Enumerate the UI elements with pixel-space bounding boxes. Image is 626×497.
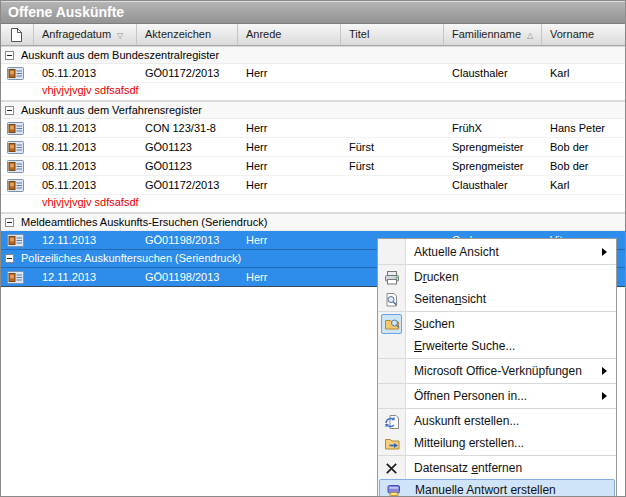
cell-salutation: Herr [246, 176, 341, 195]
printer-icon [383, 269, 400, 286]
menu-item-label: Aktuelle Ansicht [414, 245, 499, 259]
column-header-label: Anrede [246, 28, 281, 40]
menu-item-manuelle-antwort-erstellen[interactable]: Manuelle Antwort erstellen [379, 479, 615, 497]
contact-card-icon [7, 234, 24, 247]
cell-date: 08.11.2013 [42, 138, 137, 157]
group-label: Meldeamtliches Auskunfts-Ersuchen (Serie… [21, 214, 267, 231]
group-header-auskunft-aus-dem-bundeszentralregister[interactable]: Auskunft aus dem Bundeszentralregister [1, 46, 626, 64]
contact-card-icon [7, 141, 24, 154]
menu-item-label: Drucken [414, 270, 459, 284]
cell-salutation: Herr [246, 119, 341, 138]
cell-lastname: Sprengmeister [452, 157, 542, 176]
cell-date: 12.11.2013 [42, 268, 137, 287]
search-icon [381, 314, 402, 334]
create-message-icon [383, 435, 400, 452]
column-header-label: Aktenzeichen [145, 28, 211, 40]
menu-item-aktuelle-ansicht[interactable]: Aktuelle Ansicht [378, 241, 616, 263]
cell-date: 08.11.2013 [42, 119, 137, 138]
column-header-lastname[interactable]: Familienname△ [444, 24, 542, 45]
cell-title: Fürst [349, 138, 444, 157]
cell-firstname: Bob der [550, 138, 626, 157]
menu-item-mitteilung-erstellen[interactable]: Mitteilung erstellen... [378, 432, 616, 454]
cell-file: GÖ01172/2013 [145, 176, 238, 195]
contact-card-icon [7, 67, 24, 80]
collapse-icon[interactable] [5, 51, 14, 60]
collapse-icon[interactable] [5, 218, 14, 227]
cell-file: GÖ01123 [145, 157, 238, 176]
cell-date: 08.11.2013 [42, 157, 137, 176]
group-label: Polizeiliches Auskunftersuchen (Seriendr… [21, 250, 241, 267]
column-header-file[interactable]: Aktenzeichen [137, 24, 238, 45]
collapse-icon[interactable] [5, 106, 14, 115]
table-row[interactable]: 08.11.2013GÖ01123HerrFürstSprengmeisterB… [1, 157, 626, 176]
table-row[interactable]: 08.11.2013CON 123/31-8HerrFrühXHans Pete… [1, 119, 626, 138]
cell-title: Fürst [349, 157, 444, 176]
contact-card-icon [7, 179, 24, 192]
row-note[interactable]: vhjvjvjvgjv sdfsafsdf [1, 83, 626, 101]
menu-item-label: Microsoft Office-Verknüpfungen [414, 364, 582, 378]
group-header-auskunft-aus-dem-verfahrensregister[interactable]: Auskunft aus dem Verfahrensregister [1, 101, 626, 119]
group-header-meldeamtliches-auskunfts-ersuchen-seriendruck[interactable]: Meldeamtliches Auskunfts-Ersuchen (Serie… [1, 213, 626, 231]
contact-card-icon [7, 122, 24, 135]
menu-item-datensatz-entfernen[interactable]: Datensatz entfernen [378, 457, 616, 479]
column-header-date[interactable]: Anfragedatum▽ [34, 24, 137, 45]
context-menu: Aktuelle AnsichtDruckenSeitenansichtSuch… [377, 238, 617, 497]
contact-card-icon [7, 271, 24, 284]
cell-file: GÖ01172/2013 [145, 64, 238, 83]
cell-file: GÖ01198/2013 [145, 231, 238, 250]
table-row[interactable]: 08.11.2013GÖ01123HerrFürstSprengmeisterB… [1, 138, 626, 157]
cell-firstname: Karl [550, 176, 626, 195]
cell-lastname: Clausthaler [452, 176, 542, 195]
group-label: Auskunft aus dem Verfahrensregister [21, 102, 202, 119]
cell-salutation: Herr [246, 138, 341, 157]
menu-item-öffnen-personen-in[interactable]: Öffnen Personen in... [378, 385, 616, 407]
cell-file: GÖ01198/2013 [145, 268, 238, 287]
column-header-label: Familienname [452, 28, 521, 40]
menu-item-microsoft-office-verknüpfungen[interactable]: Microsoft Office-Verknüpfungen [378, 360, 616, 382]
column-header-title[interactable]: Titel [341, 24, 444, 45]
document-icon [10, 28, 22, 45]
group-label: Auskunft aus dem Bundeszentralregister [21, 47, 219, 64]
cell-salutation: Herr [246, 157, 341, 176]
collapse-icon[interactable] [5, 254, 14, 263]
table-row[interactable]: 05.11.2013GÖ01172/2013HerrClausthalerKar… [1, 176, 626, 195]
column-header-firstname[interactable]: Vorname [542, 24, 626, 45]
page-title: Offene Auskünfte [1, 1, 625, 24]
column-header-label: Anfragedatum [42, 28, 111, 40]
menu-item-label: Datensatz entfernen [414, 461, 522, 475]
row-note[interactable]: vhjvjvjvgjv sdfsafsdf [1, 195, 626, 213]
column-header-rowicon[interactable] [1, 24, 34, 45]
menu-item-drucken[interactable]: Drucken [378, 266, 616, 288]
column-header-label: Vorname [550, 28, 594, 40]
menu-item-label: Auskunft erstellen... [414, 414, 519, 428]
table-row[interactable]: 05.11.2013GÖ01172/2013HerrClausthalerKar… [1, 64, 626, 83]
cell-firstname: Bob der [550, 157, 626, 176]
menu-item-label: Mitteilung erstellen... [414, 436, 524, 450]
menu-item-seitenansicht[interactable]: Seitenansicht [378, 288, 616, 310]
menu-item-label: Manuelle Antwort erstellen [415, 483, 556, 497]
menu-item-label: Suchen [414, 317, 455, 331]
column-header-salutation[interactable]: Anrede [238, 24, 341, 45]
cell-lastname: Sprengmeister [452, 138, 542, 157]
cell-date: 05.11.2013 [42, 64, 137, 83]
create-inquiry-icon [383, 413, 400, 430]
sort-descending-icon: ▽ [117, 31, 123, 40]
menu-item-suchen[interactable]: Suchen [378, 313, 616, 335]
menu-item-label: Erweiterte Suche... [414, 339, 515, 353]
note-text: vhjvjvjvgjv sdfsafsdf [42, 83, 139, 98]
remove-icon [383, 460, 400, 477]
submenu-arrow-icon [602, 367, 607, 375]
submenu-arrow-icon [602, 248, 607, 256]
cell-salutation: Herr [246, 64, 341, 83]
cell-date: 12.11.2013 [42, 231, 137, 250]
cell-file: CON 123/31-8 [145, 119, 238, 138]
print-preview-icon [383, 291, 400, 308]
menu-item-erweiterte-suche[interactable]: Erweiterte Suche... [378, 335, 616, 357]
table-header-row: Anfragedatum▽AktenzeichenAnredeTitelFami… [1, 24, 625, 46]
cell-date: 05.11.2013 [42, 176, 137, 195]
cell-lastname: Clausthaler [452, 64, 542, 83]
menu-item-label: Öffnen Personen in... [414, 389, 527, 403]
menu-item-auskunft-erstellen[interactable]: Auskunft erstellen... [378, 410, 616, 432]
contact-card-icon [7, 160, 24, 173]
menu-item-label: Seitenansicht [414, 292, 486, 306]
